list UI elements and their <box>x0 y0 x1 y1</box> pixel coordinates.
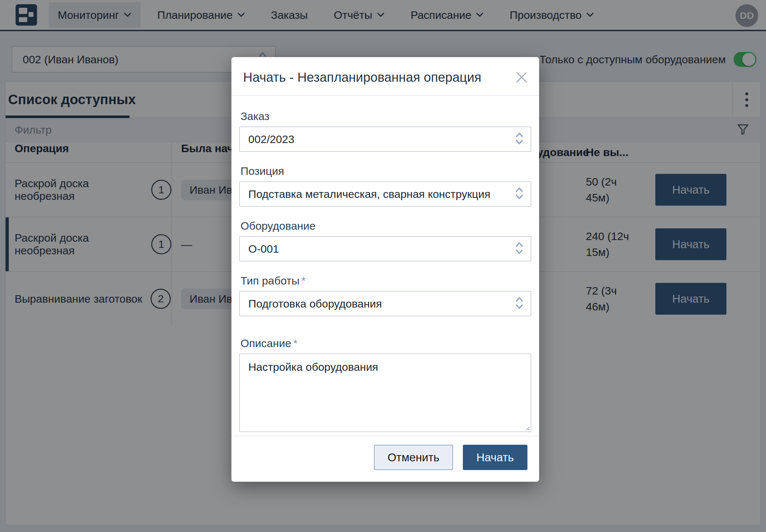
app-root: Мониторинг Планирование Заказы Отчёты Ра… <box>0 0 766 532</box>
field-label: Заказ <box>240 110 531 123</box>
form-field: Позиция Подставка металическая, сварная … <box>239 165 531 207</box>
field-label: Оборудование <box>240 220 531 232</box>
description-textarea[interactable] <box>239 354 531 432</box>
modal-title: Начать - Незапланированная операция <box>243 70 507 85</box>
field-select-value: О-001 <box>248 243 279 255</box>
select-updown-icon <box>515 186 524 202</box>
field-label: Тип работы* <box>240 274 531 287</box>
modal-body: Заказ 002/2023 Позиция Подставка металич… <box>231 96 539 433</box>
form-field: Тип работы* Подготовка оборудования <box>239 274 531 316</box>
select-updown-icon <box>515 296 524 311</box>
modal-footer: Отменить Начать <box>231 436 539 482</box>
field-select[interactable]: О-001 <box>239 236 531 261</box>
form-field: Заказ 002/2023 <box>239 110 531 152</box>
field-select-value: Подставка металическая, сварная конструк… <box>248 188 491 200</box>
modal-header: Начать - Незапланированная операция <box>231 57 539 96</box>
form-field: Описание* <box>239 337 531 433</box>
field-select[interactable]: Подготовка оборудования <box>239 291 531 316</box>
field-select[interactable]: Подставка металическая, сварная конструк… <box>239 181 531 207</box>
cancel-button[interactable]: Отменить <box>374 445 453 470</box>
field-select-value: Подготовка оборудования <box>248 297 382 310</box>
select-updown-icon <box>515 241 524 257</box>
start-operation-modal: Начать - Незапланированная операция Зака… <box>231 57 539 482</box>
field-select-value: 002/2023 <box>248 133 294 146</box>
close-button[interactable] <box>513 69 530 86</box>
form-field: Оборудование О-001 <box>239 220 531 261</box>
field-label: Описание* <box>240 337 531 350</box>
select-updown-icon <box>515 131 524 147</box>
submit-button[interactable]: Начать <box>463 445 528 470</box>
field-label: Позиция <box>240 165 531 177</box>
close-icon <box>515 70 529 84</box>
field-select[interactable]: 002/2023 <box>239 127 531 152</box>
